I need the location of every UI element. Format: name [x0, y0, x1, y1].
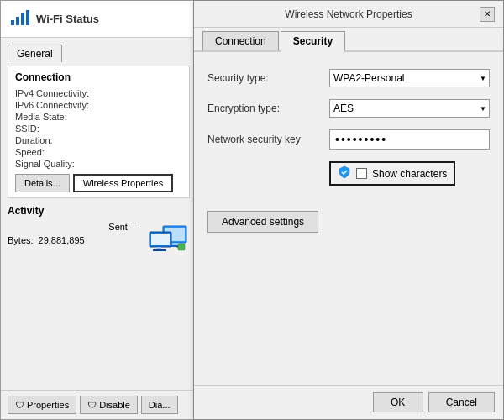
network-computers-icon [148, 222, 190, 262]
svg-rect-3 [26, 10, 29, 25]
connection-section-title: Connection [15, 71, 182, 83]
properties-button[interactable]: 🛡 Properties [8, 396, 76, 414]
sent-label: Sent [108, 222, 128, 232]
encryption-type-select-wrapper[interactable]: AES TKIP ▼ [329, 99, 490, 118]
network-key-field-wrapper [329, 129, 490, 150]
ipv6-label: IPv6 Connectivity: [15, 100, 91, 110]
ok-button[interactable]: OK [373, 392, 423, 412]
tab-general[interactable]: General [8, 45, 62, 62]
media-label: Media State: [15, 112, 91, 122]
disable-button[interactable]: 🛡 Disable [80, 396, 138, 414]
encryption-type-select[interactable]: AES TKIP [329, 99, 490, 118]
duration-label: Duration: [15, 135, 91, 145]
advanced-settings-button[interactable]: Advanced settings [207, 211, 318, 233]
dialog-title: Wireless Network Properties [218, 8, 480, 20]
activity-section: Activity Sent — Bytes: 29,881,895 [8, 205, 190, 262]
wifi-header: Wi-Fi Status [1, 1, 197, 38]
network-key-input[interactable] [329, 129, 490, 150]
connection-row-ipv4: IPv4 Connectivity: [15, 88, 182, 98]
svg-rect-9 [151, 234, 170, 245]
svg-rect-2 [21, 13, 24, 25]
connection-row-media: Media State: [15, 112, 182, 122]
svg-rect-1 [16, 17, 19, 25]
encryption-type-row: Encryption type: AES TKIP ▼ [207, 99, 490, 118]
show-chars-box: Show characters [329, 161, 455, 186]
speed-label: Speed: [15, 147, 91, 157]
wireless-properties-button[interactable]: Wireless Properties [73, 174, 173, 192]
tab-security[interactable]: Security [281, 31, 345, 52]
disable-label: Disable [99, 400, 130, 410]
svg-rect-11 [153, 249, 166, 251]
network-key-row: Network security key [207, 129, 490, 150]
shield-show-chars-icon [338, 165, 351, 181]
dialog-close-button[interactable]: ✕ [480, 7, 495, 22]
security-type-select[interactable]: WPA2-Personal WPA-Personal Open Shared [329, 69, 490, 87]
bytes-label: Bytes: [8, 235, 34, 245]
diagnose-button[interactable]: Dia... [141, 396, 178, 414]
connection-row-duration: Duration: [15, 135, 182, 145]
connection-row-signal: Signal Quality: [15, 159, 182, 169]
svg-rect-12 [178, 244, 185, 250]
show-chars-wrapper: Show characters [329, 161, 490, 186]
dialog-content: Security type: WPA2-Personal WPA-Persona… [194, 52, 503, 249]
wifi-body: General Connection IPv4 Connectivity: IP… [1, 38, 197, 269]
cancel-button[interactable]: Cancel [428, 392, 495, 412]
activity-title: Activity [8, 205, 190, 217]
svg-rect-10 [156, 247, 161, 249]
signal-label: Signal Quality: [15, 159, 91, 169]
security-type-label: Security type: [207, 72, 329, 84]
properties-label: Properties [27, 400, 69, 410]
svg-rect-6 [171, 243, 178, 245]
wifi-footer: 🛡 Properties 🛡 Disable Dia... [1, 390, 197, 419]
security-type-row: Security type: WPA2-Personal WPA-Persona… [207, 69, 490, 87]
advanced-settings-row: Advanced settings [207, 211, 490, 233]
dialog-tabs: Connection Security [194, 28, 503, 52]
security-type-select-wrapper[interactable]: WPA2-Personal WPA-Personal Open Shared ▼ [329, 69, 490, 87]
bytes-value: 29,881,895 [39, 235, 85, 245]
connection-row-ipv6: IPv6 Connectivity: [15, 100, 182, 110]
activity-stats: Sent — Bytes: 29,881,895 [8, 222, 143, 245]
shield-disable-icon: 🛡 [87, 400, 97, 410]
svg-rect-0 [11, 20, 14, 25]
dialog-footer: OK Cancel [194, 385, 503, 419]
show-chars-label: Show characters [372, 168, 447, 180]
encryption-type-label: Encryption type: [207, 102, 329, 114]
wifi-panel-title: Wi-Fi Status [36, 13, 99, 25]
wireless-properties-dialog: Wireless Network Properties ✕ Connection… [193, 0, 504, 420]
wifi-icon [9, 8, 29, 29]
connection-section: Connection IPv4 Connectivity: IPv6 Conne… [8, 66, 190, 198]
connection-row-ssid: SSID: [15, 123, 182, 134]
show-chars-checkbox[interactable] [356, 168, 367, 179]
connection-buttons: Details... Wireless Properties [15, 174, 182, 192]
sent-dash: — [130, 222, 139, 232]
diagnose-label: Dia... [149, 400, 171, 410]
network-key-label: Network security key [207, 134, 329, 145]
details-button[interactable]: Details... [15, 174, 70, 192]
shield-icon-small: 🛡 [15, 400, 24, 410]
ssid-label: SSID: [15, 123, 91, 134]
wifi-status-panel: Wi-Fi Status General Connection IPv4 Con… [0, 0, 197, 420]
connection-row-speed: Speed: [15, 147, 182, 157]
bytes-row: Bytes: 29,881,895 [8, 235, 143, 245]
ipv4-label: IPv4 Connectivity: [15, 88, 91, 98]
tab-connection[interactable]: Connection [202, 31, 279, 50]
activity-inner: Sent — Bytes: 29,881,895 [8, 222, 190, 262]
sent-row: Sent — [8, 222, 143, 232]
dialog-titlebar: Wireless Network Properties ✕ [194, 1, 503, 28]
